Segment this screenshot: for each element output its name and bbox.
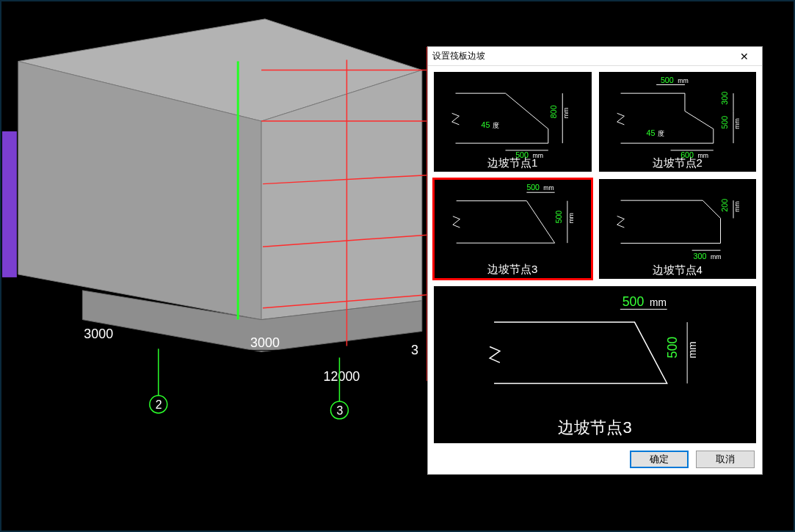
slope-preview: 500 mm 500 mm 边坡节点3 (432, 285, 758, 445)
slope-option-3-label: 边坡节点3 (435, 263, 591, 277)
slope-dialog: 设置筏板边坡 ✕ 45 度 800 mm 500 mm 边坡节点1 (427, 46, 763, 475)
svg-text:mm: mm (733, 201, 740, 212)
dialog-buttons: 确定 取消 (428, 448, 762, 474)
svg-rect-0 (2, 131, 17, 277)
svg-text:800: 800 (549, 105, 558, 118)
preview-width-unit: mm (650, 297, 667, 308)
slope-option-3[interactable]: 500 mm 500 mm 边坡节点3 (432, 178, 593, 280)
dialog-titlebar[interactable]: 设置筏板边坡 ✕ (428, 47, 762, 66)
slope-option-2-label: 边坡节点2 (599, 156, 757, 170)
svg-text:500: 500 (554, 211, 563, 224)
svg-text:200: 200 (720, 199, 729, 212)
grid-bubble-2: 2 (156, 398, 162, 411)
svg-text:mm: mm (710, 253, 721, 260)
preview-width: 500 (622, 294, 645, 309)
slope-option-4[interactable]: 200 mm 300 mm 边坡节点4 (598, 178, 758, 280)
slope-option-2[interactable]: 500 mm 45 度 300 500 mm 600 mm 边坡节点2 (598, 70, 758, 173)
svg-text:500: 500 (660, 76, 673, 84)
svg-text:度: 度 (493, 122, 499, 129)
slope-option-1-label: 边坡节点1 (434, 156, 592, 170)
slope-thumb-grid: 45 度 800 mm 500 mm 边坡节点1 500 mm (428, 66, 762, 280)
grid-bubble-3: 3 (336, 404, 343, 417)
dim-total: 12000 (324, 369, 360, 384)
dim-right-cut: 3 (411, 343, 418, 357)
ok-button[interactable]: 确定 (630, 451, 689, 468)
cancel-button[interactable]: 取消 (696, 451, 755, 468)
svg-text:mm: mm (543, 184, 553, 192)
svg-text:500: 500 (720, 116, 729, 129)
slope-option-4-label: 边坡节点4 (599, 263, 757, 277)
svg-text:300: 300 (693, 252, 706, 260)
svg-text:mm: mm (678, 77, 689, 84)
svg-text:mm: mm (733, 118, 740, 129)
preview-height-unit: mm (687, 341, 698, 358)
svg-text:度: 度 (658, 130, 664, 137)
svg-text:45: 45 (482, 120, 490, 129)
slope-option-1[interactable]: 45 度 800 mm 500 mm 边坡节点1 (432, 70, 593, 173)
dim-left: 3000 (84, 327, 113, 341)
svg-text:45: 45 (646, 128, 655, 137)
svg-text:mm: mm (562, 108, 570, 119)
dim-right: 3000 (250, 335, 280, 350)
svg-text:500: 500 (526, 183, 540, 192)
svg-text:mm: mm (567, 213, 575, 223)
close-icon[interactable]: ✕ (731, 48, 758, 65)
preview-label: 边坡节点3 (434, 417, 756, 439)
preview-height: 500 (665, 337, 680, 359)
dialog-title: 设置筏板边坡 (432, 50, 731, 62)
svg-text:300: 300 (720, 92, 729, 105)
